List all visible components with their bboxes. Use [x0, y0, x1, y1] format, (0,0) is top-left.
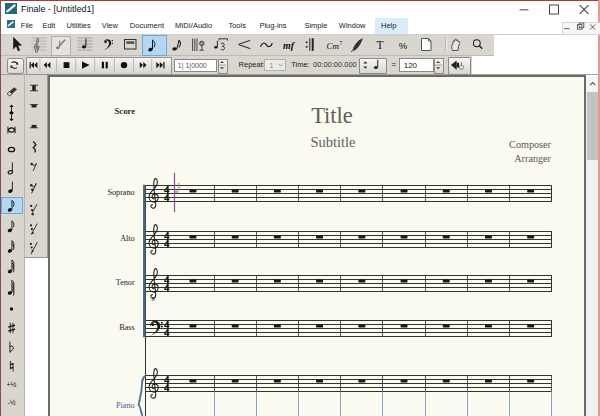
- svg-text:Cm: Cm: [327, 41, 340, 51]
- svg-text:-½: -½: [7, 399, 15, 406]
- svg-text:T: T: [376, 39, 383, 51]
- svg-text:+½: +½: [7, 381, 17, 388]
- svg-text:8: 8: [151, 296, 154, 302]
- svg-text:%: %: [399, 40, 408, 51]
- svg-text:7: 7: [340, 40, 343, 46]
- svg-text:mf: mf: [283, 40, 296, 51]
